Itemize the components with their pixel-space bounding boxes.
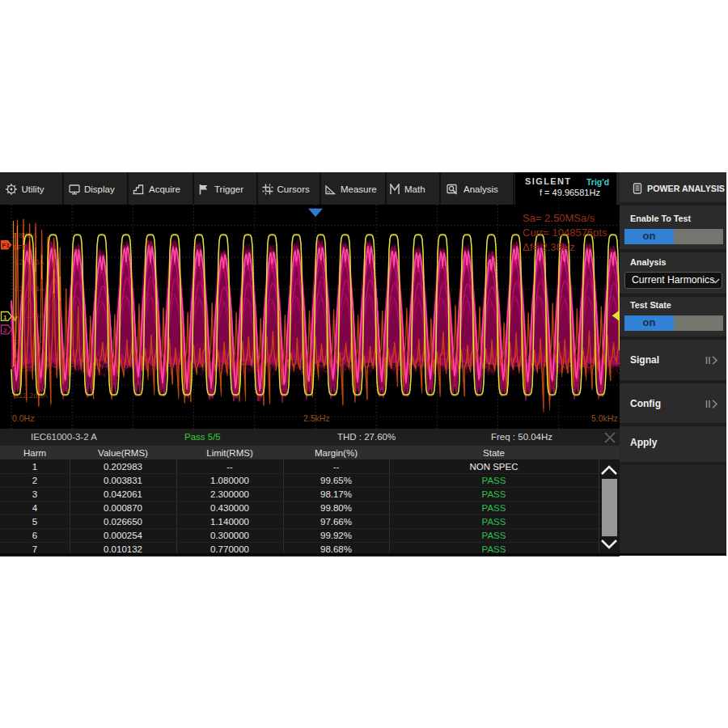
- svg-text:Δf= 2.38Hz: Δf= 2.38Hz: [523, 241, 575, 253]
- svg-text:V: V: [13, 315, 18, 323]
- svg-text:F1: F1: [2, 242, 11, 249]
- svg-text:FFT: FFT: [13, 243, 27, 252]
- svg-text:5.0kHz: 5.0kHz: [591, 413, 618, 423]
- svg-text:2: 2: [3, 327, 7, 334]
- svg-text:2.5kHz: 2.5kHz: [303, 413, 330, 423]
- svg-text:1: 1: [3, 314, 7, 321]
- svg-text:0.0Hz: 0.0Hz: [12, 413, 34, 423]
- svg-text:Sa= 2.50MSa/s: Sa= 2.50MSa/s: [523, 212, 595, 224]
- svg-text:Curr= 1048576pts: Curr= 1048576pts: [523, 226, 607, 239]
